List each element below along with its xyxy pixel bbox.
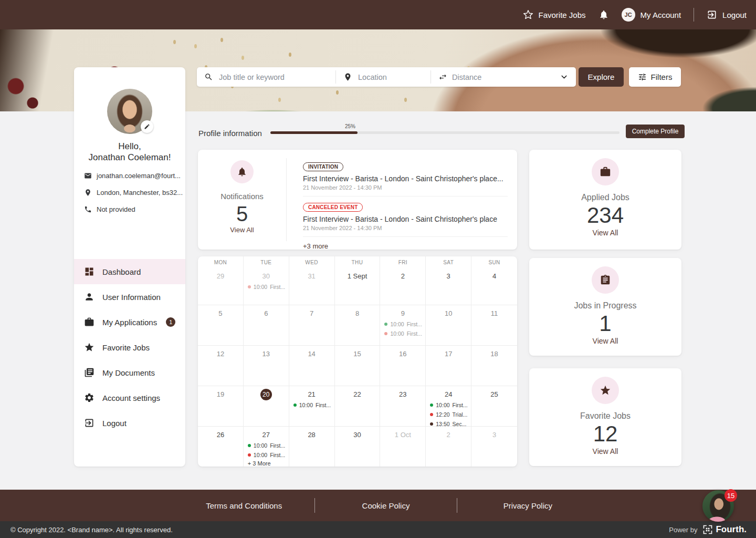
calendar-day-cell[interactable]: 2710:00First...10:00First...+ 3 More [244, 427, 289, 467]
notification-bell-button[interactable] [598, 9, 609, 20]
event-time: 10:00 [436, 402, 449, 408]
calendar-day-cell[interactable]: 5 [198, 305, 244, 345]
distance-select[interactable]: Distance [431, 67, 576, 87]
calendar-week-row: 293010:00First...311 Sept234 [198, 268, 517, 305]
sidebar-item-my-documents[interactable]: My Documents [74, 360, 185, 385]
favorite-jobs-view-all-link[interactable]: View All [529, 447, 681, 456]
filters-button[interactable]: Filters [629, 67, 681, 87]
footer-link-privacy-policy[interactable]: Privacy Policy [457, 501, 598, 510]
calendar-event[interactable]: 10:00First... [244, 282, 289, 292]
event-title: Sec... [453, 421, 467, 426]
notification-title: First Interview - Barista - London - Sai… [303, 174, 508, 183]
calendar-week-row: 19202110:00First...22232410:00First...12… [198, 386, 517, 426]
calendar-day-cell[interactable]: 16 [380, 346, 426, 386]
job-keyword-input[interactable] [218, 73, 328, 82]
calendar-day-cell[interactable]: 2410:00First...12:20Trial...13:50Sec... [426, 386, 471, 426]
calendar-day-cell[interactable]: 14 [289, 346, 335, 386]
calendar-day-cell[interactable]: 2 [380, 268, 426, 305]
calendar-day-cell[interactable]: 29 [198, 268, 244, 305]
sidebar-item-user-information[interactable]: User Information [74, 284, 185, 309]
topbar-favorite-jobs[interactable]: Favorite Jobs [523, 9, 586, 20]
documents-icon [84, 367, 94, 378]
event-time: 10:00 [390, 321, 404, 327]
calendar-event[interactable]: 13:50Sec... [426, 419, 471, 426]
calendar-event[interactable]: 12:20Trial... [426, 410, 471, 419]
topbar-logout[interactable]: Logout [707, 9, 747, 20]
topbar-my-account[interactable]: JC My Account [622, 8, 681, 22]
calendar-day-cell[interactable]: 3010:00First... [244, 268, 289, 305]
calendar-day-cell[interactable]: 25 [471, 386, 517, 426]
powered-by-label: Power by [669, 526, 697, 534]
notification-item[interactable]: CANCELED EVENTFirst Interview - Barista … [303, 202, 508, 231]
calendar-day-cell[interactable]: 2 [426, 427, 471, 467]
keyword-segment [197, 67, 335, 87]
calendar-day-cell[interactable]: 8 [335, 305, 381, 345]
calendar-day-number: 4 [471, 271, 517, 282]
calendar-event[interactable]: 10:00First... [380, 329, 425, 338]
calendar-day-cell[interactable]: 18 [471, 346, 517, 386]
notification-item[interactable]: INVITATIONFirst Interview - Barista - Lo… [303, 161, 508, 191]
star-icon [84, 342, 94, 353]
edit-avatar-button[interactable] [141, 120, 153, 133]
calendar-day-cell[interactable]: 11 [471, 305, 517, 345]
notifications-more-link[interactable]: +3 more [303, 242, 508, 250]
event-time: 10:00 [254, 442, 267, 449]
calendar-day-cell[interactable]: 28 [289, 427, 335, 467]
calendar-day-cell[interactable]: 17 [426, 346, 471, 386]
calendar-event[interactable]: 10:00First... [244, 441, 289, 450]
calendar-day-cell[interactable]: 22 [335, 386, 381, 426]
footer-link-cookie-policy[interactable]: Cookie Policy [315, 501, 456, 510]
calendar-event[interactable]: 10:00First... [426, 400, 471, 410]
calendar-day-cell[interactable]: 15 [335, 346, 381, 386]
sidebar-item-label: Favorite Jobs [102, 343, 150, 352]
calendar-day-cell[interactable]: 1 Sept [335, 268, 381, 305]
envelope-icon [84, 172, 92, 180]
calendar-day-cell[interactable]: 4 [471, 268, 517, 305]
calendar-day-cell[interactable]: 910:00First...10:00First... [380, 305, 426, 345]
calendar-day-header: TUE [244, 256, 289, 268]
sidebar-item-dashboard[interactable]: Dashboard [74, 259, 185, 284]
calendar-day-cell[interactable]: 10 [426, 305, 471, 345]
explore-button[interactable]: Explore [579, 67, 624, 87]
stat-card-title: Jobs in Progress [529, 301, 681, 311]
calendar-day-header: MON [198, 256, 244, 268]
notifications-view-all-link[interactable]: View All [198, 226, 286, 234]
calendar-day-cell[interactable]: 20 [244, 386, 289, 426]
event-title: First... [407, 321, 422, 327]
applied-jobs-view-all-link[interactable]: View All [529, 229, 681, 237]
calendar-day-cell[interactable]: 31 [289, 268, 335, 305]
topbar-divider [694, 8, 694, 22]
sidebar-item-account-settings[interactable]: Account settings [74, 385, 185, 410]
user-icon [84, 292, 94, 302]
calendar-event[interactable]: 10:00First... [289, 400, 334, 410]
event-time: 10:00 [254, 284, 267, 290]
calendar-day-cell[interactable]: 23 [380, 386, 426, 426]
calendar-event[interactable]: 10:00First... [244, 450, 289, 460]
calendar-day-cell[interactable]: 30 [335, 427, 381, 467]
calendar-more-events-link[interactable]: + 3 More [244, 460, 289, 467]
filters-button-label: Filters [651, 73, 673, 81]
greeting-line2: Jonathan Coeleman! [74, 152, 185, 163]
calendar-day-cell[interactable]: 1 Oct [380, 427, 426, 467]
calendar-day-number: 19 [198, 389, 243, 400]
complete-profile-button[interactable]: Complete Profile [626, 125, 685, 138]
calendar-day-cell[interactable]: 3 [426, 268, 471, 305]
notifications-divider [286, 158, 287, 241]
calendar-day-cell[interactable]: 3 [471, 427, 517, 467]
calendar-day-cell[interactable]: 26 [198, 427, 244, 467]
calendar-day-cell[interactable]: 19 [198, 386, 244, 426]
calendar-day-cell[interactable]: 12 [198, 346, 244, 386]
jobs-in-progress-view-all-link[interactable]: View All [529, 337, 681, 345]
sidebar-item-logout[interactable]: Logout [74, 410, 185, 436]
sidebar-item-favorite-jobs[interactable]: Favorite Jobs [74, 335, 185, 360]
footer-link-terms-and-conditions[interactable]: Terms and Conditions [173, 501, 314, 510]
briefcase-icon-circle [592, 158, 619, 185]
calendar-event[interactable]: 10:00First... [380, 319, 425, 329]
calendar-day-cell[interactable]: 7 [289, 305, 335, 345]
notification-divider [303, 236, 508, 237]
sidebar-item-my-applications[interactable]: My Applications1 [74, 309, 185, 335]
calendar-day-cell[interactable]: 2110:00First... [289, 386, 335, 426]
calendar-day-cell[interactable]: 6 [244, 305, 289, 345]
calendar-day-cell[interactable]: 13 [244, 346, 289, 386]
location-input[interactable] [357, 73, 423, 82]
